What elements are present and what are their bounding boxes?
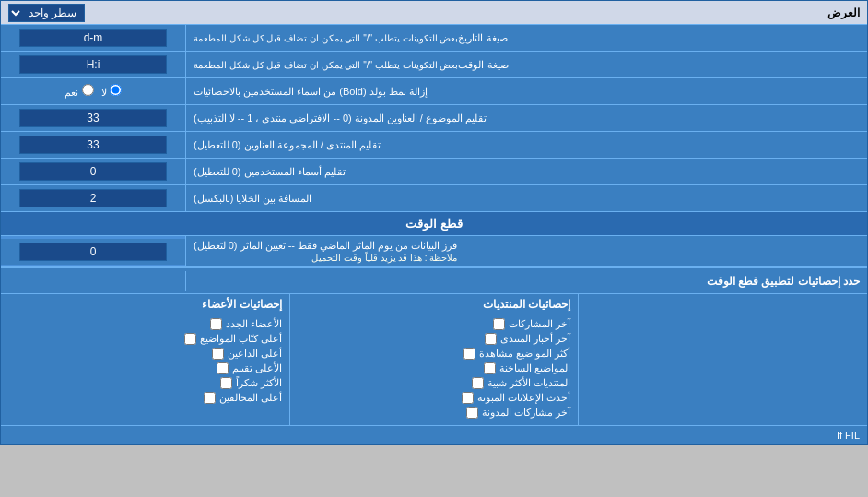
bold-remove-radio-cell: لا نعم bbox=[1, 78, 185, 104]
stats-apply-label: حدد إحصائيات لتطبيق قطع الوقت bbox=[185, 271, 867, 291]
date-format-row: صيغة التاريخ بعض التكوينات يتطلب "/" الت… bbox=[1, 25, 867, 52]
topic-order-input-cell bbox=[1, 105, 185, 131]
display-select[interactable]: سطر واحد bbox=[8, 4, 85, 22]
top-label: العرض bbox=[827, 6, 860, 19]
topic-order-row: تقليم الموضوع / العناوين المدونة (0 -- ا… bbox=[1, 105, 867, 132]
cell-spacing-input-cell bbox=[1, 185, 185, 211]
realtime-section-header: قطع الوقت bbox=[1, 212, 867, 236]
checkbox-item-3: أكثر المواضيع مشاهدة bbox=[298, 348, 571, 360]
forum-order-row: تقليم المنتدى / المجموعة العناوين (0 للت… bbox=[1, 132, 867, 159]
checkbox-member-6: أعلى المخالفين bbox=[8, 392, 282, 404]
realtime-label: فرز البيانات من يوم الماثر الماضي فقط --… bbox=[185, 236, 867, 266]
cell-spacing-label: المسافة بين الخلايا (بالبكسل) bbox=[185, 185, 867, 211]
user-order-input-cell bbox=[1, 159, 185, 184]
checkbox-m1[interactable] bbox=[210, 318, 222, 330]
checkbox-item-6: أحدث الإعلانات المبونة bbox=[298, 392, 571, 404]
top-row: العرض سطر واحد bbox=[1, 1, 867, 25]
checkbox-forum-3[interactable] bbox=[463, 348, 475, 360]
left-section bbox=[578, 294, 867, 425]
radio-yes[interactable] bbox=[82, 84, 94, 96]
checkbox-member-1: الأعضاء الجدد bbox=[8, 318, 282, 330]
radio-no-label: لا bbox=[101, 84, 122, 99]
checkbox-member-2: أعلى كتّاب المواضيع bbox=[8, 333, 282, 345]
checkbox-forum-4[interactable] bbox=[484, 362, 496, 374]
checkbox-forum-2[interactable] bbox=[485, 333, 497, 345]
checkbox-m4[interactable] bbox=[217, 362, 229, 374]
radio-yes-label: نعم bbox=[65, 84, 93, 99]
checkbox-item-7: آخر مشاركات المدونة bbox=[298, 407, 571, 419]
topic-order-input[interactable] bbox=[19, 109, 167, 127]
checkbox-m3[interactable] bbox=[212, 348, 224, 360]
time-format-input[interactable] bbox=[19, 55, 167, 74]
checkbox-m5[interactable] bbox=[220, 377, 232, 389]
bold-remove-label: إزالة نمط بولد (Bold) من اسماء المستخدمي… bbox=[185, 78, 867, 104]
user-order-label: تقليم أسماء المستخدمين (0 للتعطيل) bbox=[185, 159, 867, 184]
date-format-input-cell bbox=[1, 25, 185, 51]
checkbox-member-4: الأعلى تقييم bbox=[8, 362, 282, 374]
checkbox-forum-6[interactable] bbox=[462, 392, 474, 404]
member-stats-col: إحصائيات الأعضاء الأعضاء الجدد أعلى كتّا… bbox=[1, 294, 289, 425]
user-order-input[interactable] bbox=[19, 162, 167, 181]
bottom-note: If FIL bbox=[1, 425, 867, 444]
checkbox-member-5: الأكثر شكراً bbox=[8, 377, 282, 389]
bold-remove-row: إزالة نمط بولد (Bold) من اسماء المستخدمي… bbox=[1, 78, 867, 105]
main-container: العرض سطر واحد صيغة التاريخ بعض التكوينا… bbox=[0, 0, 868, 445]
time-format-row: صيغة الوقت بعض التكوينات يتطلب "/" التي … bbox=[1, 52, 867, 78]
checkbox-forum-5[interactable] bbox=[472, 377, 484, 389]
forum-order-input[interactable] bbox=[19, 136, 167, 154]
checkbox-item-4: المواضيع الساخنة bbox=[298, 362, 571, 374]
checkbox-forum-1[interactable] bbox=[493, 318, 505, 330]
cell-spacing-row: المسافة بين الخلايا (بالبكسل) bbox=[1, 185, 867, 212]
radio-no[interactable] bbox=[110, 84, 122, 96]
checkbox-grid: إحصائيات المنتديات آخر المشاركات آخر أخب… bbox=[1, 293, 867, 425]
forum-order-label: تقليم المنتدى / المجموعة العناوين (0 للت… bbox=[185, 132, 867, 158]
realtime-input-cell bbox=[1, 239, 185, 265]
checkbox-item-5: المنتديات الأكثر شبية bbox=[298, 377, 571, 389]
forum-order-input-cell bbox=[1, 132, 185, 158]
stats-apply-row: حدد إحصائيات لتطبيق قطع الوقت bbox=[1, 267, 867, 293]
checkbox-item-1: آخر المشاركات bbox=[298, 318, 571, 330]
checkbox-forum-7[interactable] bbox=[466, 407, 478, 419]
time-format-input-cell bbox=[1, 52, 185, 77]
time-format-label: صيغة الوقت بعض التكوينات يتطلب "/" التي … bbox=[185, 52, 867, 77]
date-format-input[interactable] bbox=[19, 29, 167, 47]
forum-stats-header: إحصائيات المنتديات bbox=[298, 298, 571, 314]
realtime-row: فرز البيانات من يوم الماثر الماضي فقط --… bbox=[1, 236, 867, 267]
checkbox-m6[interactable] bbox=[204, 392, 216, 404]
checkbox-m2[interactable] bbox=[184, 333, 196, 345]
topic-order-label: تقليم الموضوع / العناوين المدونة (0 -- ا… bbox=[185, 105, 867, 131]
member-stats-header: إحصائيات الأعضاء bbox=[8, 298, 282, 314]
forum-stats-col: إحصائيات المنتديات آخر المشاركات آخر أخب… bbox=[289, 294, 579, 425]
checkbox-item-2: آخر أخبار المنتدى bbox=[298, 333, 571, 345]
cell-spacing-input[interactable] bbox=[19, 189, 167, 207]
realtime-input[interactable] bbox=[19, 243, 167, 261]
user-order-row: تقليم أسماء المستخدمين (0 للتعطيل) bbox=[1, 159, 867, 185]
checkbox-member-3: أعلى الداعين bbox=[8, 348, 282, 360]
date-format-label: صيغة التاريخ بعض التكوينات يتطلب "/" الت… bbox=[185, 25, 867, 51]
